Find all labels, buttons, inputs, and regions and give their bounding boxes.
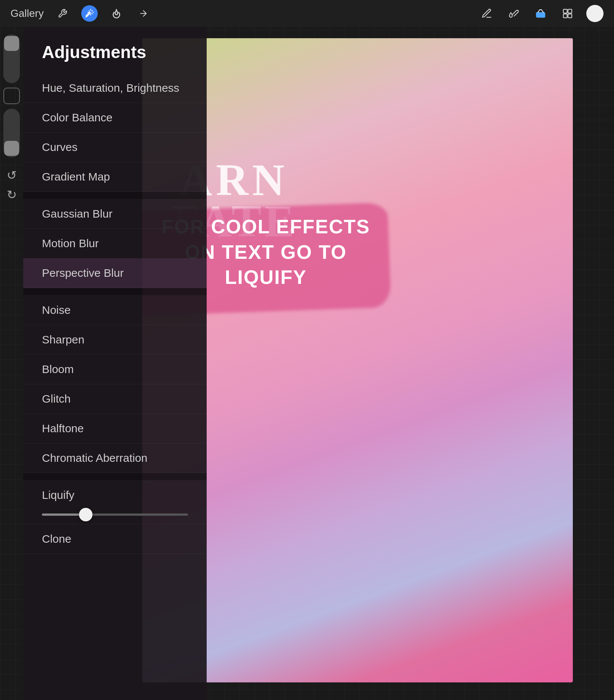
menu-item-chromatic-aberration[interactable]: Chromatic Aberration: [23, 443, 207, 473]
liquify-slider-row: [23, 510, 207, 524]
artwork-canvas: ARN FATE FOR COOL EFFECTS ON TEXT GO TO …: [142, 38, 573, 682]
menu-item-glitch[interactable]: Glitch: [23, 384, 207, 414]
opacity-slider[interactable]: [3, 109, 20, 157]
section-divider-blur: [23, 192, 207, 199]
left-sidebar: ↺ ↻: [0, 27, 23, 700]
menu-item-noise[interactable]: Noise: [23, 296, 207, 325]
svg-rect-3: [563, 14, 567, 18]
menu-item-gaussian-blur[interactable]: Gaussian Blur: [23, 199, 207, 229]
layers-icon[interactable]: [559, 5, 576, 22]
svg-rect-0: [537, 13, 545, 18]
brush-tool-icon[interactable]: [505, 5, 522, 22]
svg-rect-2: [568, 9, 572, 13]
svg-rect-1: [563, 9, 567, 13]
menu-item-liquify[interactable]: Liquify: [23, 481, 207, 524]
top-bar-left: Gallery: [10, 5, 152, 22]
menu-item-bloom[interactable]: Bloom: [23, 355, 207, 384]
style-icon[interactable]: [108, 5, 125, 22]
menu-item-gradient-map[interactable]: Gradient Map: [23, 162, 207, 192]
adjustments-panel: Adjustments Hue, Saturation, Brightness …: [23, 27, 207, 700]
opacity-slider-thumb[interactable]: [4, 141, 19, 156]
artwork-gradient-bg: [142, 38, 573, 682]
eraser-tool-icon[interactable]: [532, 5, 549, 22]
section-divider-effects: [23, 288, 207, 296]
size-slider-thumb[interactable]: [4, 36, 19, 51]
liquify-slider-track[interactable]: [42, 513, 188, 516]
share-icon[interactable]: [135, 5, 152, 22]
menu-item-clone[interactable]: Clone: [23, 524, 207, 554]
menu-item-motion-blur[interactable]: Motion Blur: [23, 229, 207, 258]
wrench-icon[interactable]: [54, 5, 71, 22]
menu-item-sharpen[interactable]: Sharpen: [23, 325, 207, 355]
color-swatch[interactable]: [586, 5, 604, 22]
adjustments-title: Adjustments: [23, 42, 207, 73]
menu-item-color-balance[interactable]: Color Balance: [23, 103, 207, 133]
top-bar: Gallery: [0, 0, 614, 27]
gallery-link[interactable]: Gallery: [10, 7, 44, 19]
svg-rect-4: [568, 14, 572, 18]
top-bar-right: [478, 5, 604, 22]
redo-button[interactable]: ↻: [7, 189, 17, 201]
menu-item-perspective-blur[interactable]: Perspective Blur: [23, 258, 207, 288]
menu-item-curves[interactable]: Curves: [23, 133, 207, 162]
liquify-slider-thumb[interactable]: [79, 508, 92, 521]
undo-redo-group: ↺ ↻: [7, 169, 17, 201]
square-tool[interactable]: [3, 88, 20, 104]
liquify-label-row: Liquify: [23, 481, 207, 510]
menu-item-halftone[interactable]: Halftone: [23, 414, 207, 443]
section-divider-special: [23, 473, 207, 481]
menu-item-hue-saturation[interactable]: Hue, Saturation, Brightness: [23, 73, 207, 103]
magic-wand-icon[interactable]: [81, 5, 98, 22]
pen-tool-icon[interactable]: [478, 5, 495, 22]
undo-button[interactable]: ↺: [7, 169, 17, 181]
size-slider[interactable]: [3, 34, 20, 83]
